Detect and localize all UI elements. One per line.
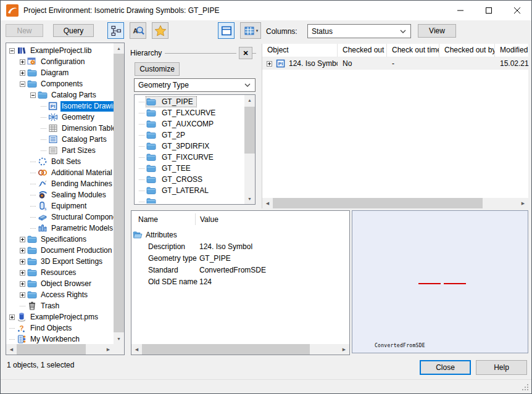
hierarchy-tree-button[interactable]	[107, 22, 124, 39]
tree-item-specifications[interactable]: Specifications	[7, 234, 114, 245]
scrollbar-thumb[interactable]	[142, 344, 310, 355]
scrollbar-thumb[interactable]	[114, 54, 124, 332]
tree-expander-plus-icon[interactable]	[20, 259, 25, 265]
scroll-right-arrow-icon[interactable]: ▶	[339, 344, 349, 355]
geometry-type-item-gt-2p[interactable]: GT_2P	[135, 129, 244, 141]
tree-item-equipment[interactable]: sEquipment	[7, 200, 114, 211]
name-column-header[interactable]: Name	[138, 215, 158, 224]
tree-item-diagram[interactable]: Diagram	[7, 67, 114, 78]
tree-item-trash[interactable]: Trash	[7, 300, 114, 311]
column-header-checked-out[interactable]: Checked out	[338, 44, 387, 57]
tree-expander-minus-icon[interactable]	[30, 92, 36, 98]
geometry-type-item-gt-lateral[interactable]: GT_LATERAL	[135, 185, 244, 196]
tree-expander-plus-icon[interactable]	[20, 237, 25, 242]
tree-expander-plus-icon[interactable]	[20, 70, 25, 76]
row-expander-plus-icon[interactable]	[267, 61, 272, 67]
tree-item-exampleproject-lib[interactable]: ExampleProject.lib	[7, 45, 114, 56]
tree-item-geometry[interactable]: Geometry	[7, 112, 114, 123]
tree-item-bending-machines[interactable]: Bending Machines	[7, 178, 114, 189]
tree-item-structural-compone[interactable]: Structural Compone	[7, 211, 114, 223]
tree-item-catalog-parts[interactable]: Catalog Parts	[7, 89, 114, 101]
tree-item-document-production[interactable]: Document Production	[7, 245, 114, 256]
tree-expander-plus-icon[interactable]	[20, 292, 25, 298]
scrollbar-thumb[interactable]	[17, 344, 86, 355]
scroll-up-arrow-icon[interactable]: ▲	[114, 43, 124, 54]
scroll-right-arrow-icon[interactable]: ▶	[103, 344, 114, 355]
tree-vertical-scrollbar[interactable]: ▲ ▼	[114, 43, 124, 344]
tree-item-find-objects[interactable]: ?Find Objects	[7, 322, 114, 334]
hierarchy-type-select[interactable]: Geometry Type	[134, 78, 256, 92]
scroll-right-arrow-icon[interactable]: ▶	[518, 198, 528, 208]
tree-item-components[interactable]: Components	[7, 78, 114, 89]
scroll-left-arrow-icon[interactable]: ◀	[131, 344, 142, 355]
geometry-type-item-gt-fixcurve[interactable]: GT_FIXCURVE	[135, 152, 244, 163]
geometry-type-item-gt-flxcurve[interactable]: GT_FLXCURVE	[135, 107, 244, 118]
scrollbar-thumb[interactable]	[244, 107, 255, 154]
property-row-description[interactable]: Description124. Iso Symbol	[131, 240, 339, 252]
minimize-button[interactable]	[446, 1, 475, 20]
tree-item-object-browser[interactable]: Object Browser	[7, 278, 114, 289]
property-row-old-sde-name[interactable]: Old SDE name124	[131, 276, 339, 287]
column-header-checked-out-by[interactable]: Checked out by	[439, 44, 495, 57]
tree-horizontal-scrollbar[interactable]: ◀ ▶	[6, 344, 114, 355]
tree-item-bolt-sets[interactable]: Bolt Sets	[7, 156, 114, 167]
geometry-type-item-gt-cross[interactable]: GT_CROSS	[135, 174, 244, 185]
geometry-type-item-gt-pipe[interactable]: GT_PIPE	[135, 96, 244, 107]
properties-group-attributes[interactable]: Attributes	[131, 229, 339, 240]
table-row[interactable]: PI124. Iso SymbolNo-15.02.21	[262, 57, 528, 70]
scrollbar-thumb[interactable]	[273, 198, 483, 208]
tree-item-exampleproject-pms[interactable]: ExampleProject.pms	[7, 311, 114, 322]
tree-item-parametric-models[interactable]: Parametric Models	[7, 223, 114, 234]
layout-split-button[interactable]	[218, 22, 235, 39]
help-button[interactable]: Help	[476, 360, 527, 375]
scroll-down-arrow-icon[interactable]: ▼	[244, 194, 255, 204]
tree-expander-minus-icon[interactable]	[9, 48, 15, 54]
favorites-star-button[interactable]	[152, 22, 168, 39]
tree-item-my-workbench[interactable]: My Workbench	[7, 334, 114, 344]
scroll-left-arrow-icon[interactable]: ◀	[6, 344, 17, 355]
table-columns-button[interactable]: ▾	[240, 22, 261, 39]
customize-button[interactable]: Customize	[135, 62, 180, 76]
column-header-modified[interactable]: Modified	[495, 44, 532, 57]
find-button[interactable]: A	[130, 22, 146, 39]
column-header-object[interactable]: Object	[262, 44, 338, 57]
view-button[interactable]: View	[418, 24, 456, 38]
property-row-standard[interactable]: StandardConvertedFromSDE	[131, 264, 339, 276]
scroll-up-arrow-icon[interactable]: ▲	[244, 95, 255, 105]
geometry-type-item-gt-3pdirfix[interactable]: GT_3PDIRFIX	[135, 141, 244, 152]
tree-item-3d-export-settings[interactable]: 3D Export Settings	[7, 256, 114, 267]
list-vertical-scrollbar[interactable]: ▲ ▼	[244, 95, 255, 204]
tree-expander-plus-icon[interactable]	[20, 270, 25, 276]
close-button[interactable]: Close	[420, 360, 471, 375]
tree-expander-plus-icon[interactable]	[20, 59, 25, 65]
column-header-check-out-time[interactable]: Check out time	[387, 44, 439, 57]
table-horizontal-scrollbar[interactable]: ◀ ▶	[262, 198, 528, 208]
tree-item-access-rights[interactable]: Access Rights	[7, 289, 114, 300]
tree-item-sealing-modules[interactable]: Sealing Modules	[7, 189, 114, 200]
property-row-geometry-type[interactable]: Geometry typeGT_PIPE	[131, 252, 339, 264]
tree-item-dimension-table[interactable]: Dimension Table	[7, 123, 114, 134]
scroll-down-arrow-icon[interactable]: ▼	[114, 334, 124, 344]
tree-expander-plus-icon[interactable]	[20, 281, 25, 287]
new-button[interactable]: New	[6, 24, 43, 37]
tree-item-catalog-parts[interactable]: Catalog Parts	[7, 134, 114, 145]
close-button[interactable]	[503, 1, 531, 20]
maximize-button[interactable]	[475, 1, 503, 20]
query-button[interactable]: Query	[53, 24, 94, 37]
geometry-type-item[interactable]	[135, 196, 244, 203]
tree-expander-plus-icon[interactable]	[9, 314, 15, 320]
tree-expander-minus-icon[interactable]	[20, 81, 25, 87]
value-column-header[interactable]: Value	[200, 215, 218, 224]
columns-select[interactable]: Status	[307, 24, 411, 38]
geometry-type-item-gt-tee[interactable]: GT_TEE	[135, 163, 244, 174]
tree-expander-plus-icon[interactable]	[20, 248, 25, 253]
geometry-type-item-gt-auxcomp[interactable]: GT_AUXCOMP	[135, 118, 244, 129]
tree-item-isometric-drawing-symbols[interactable]: PIIsometric Drawing Symbols	[7, 101, 114, 112]
scroll-left-arrow-icon[interactable]: ◀	[262, 198, 273, 208]
tree-item-resources[interactable]: Resources	[7, 267, 114, 278]
hierarchy-close-button[interactable]: ✕	[239, 47, 252, 59]
tree-item-configuration[interactable]: Configuration	[7, 56, 114, 67]
properties-horizontal-scrollbar[interactable]: ◀ ▶	[131, 344, 349, 355]
tree-item-part-sizes[interactable]: Part Sizes	[7, 145, 114, 156]
tree-item-additional-material-i[interactable]: Additional Material I	[7, 167, 114, 178]
